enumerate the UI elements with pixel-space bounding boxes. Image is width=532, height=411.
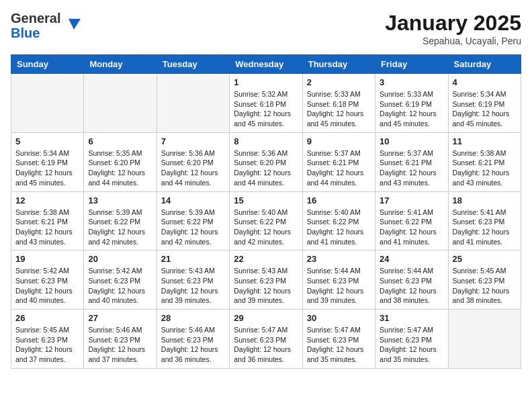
day-number: 18 — [453, 195, 517, 205]
day-number: 9 — [307, 136, 371, 146]
calendar-cell: 3Sunrise: 5:33 AM Sunset: 6:19 PM Daylig… — [375, 74, 448, 133]
calendar-cell: 11Sunrise: 5:38 AM Sunset: 6:21 PM Dayli… — [448, 132, 521, 191]
calendar-day-header: Sunday — [11, 55, 84, 74]
day-number: 12 — [15, 195, 79, 205]
day-info: Sunrise: 5:41 AM Sunset: 6:23 PM Dayligh… — [453, 208, 517, 247]
day-number: 14 — [161, 195, 225, 205]
day-info: Sunrise: 5:32 AM Sunset: 6:18 PM Dayligh… — [234, 89, 298, 129]
day-info: Sunrise: 5:34 AM Sunset: 6:19 PM Dayligh… — [15, 148, 79, 188]
calendar-cell — [157, 74, 229, 133]
day-info: Sunrise: 5:40 AM Sunset: 6:22 PM Dayligh… — [307, 208, 371, 247]
calendar-cell: 12Sunrise: 5:38 AM Sunset: 6:21 PM Dayli… — [11, 191, 84, 250]
day-info: Sunrise: 5:37 AM Sunset: 6:21 PM Dayligh… — [307, 148, 371, 188]
day-number: 1 — [234, 77, 298, 87]
calendar-week-row: 5Sunrise: 5:34 AM Sunset: 6:19 PM Daylig… — [11, 132, 521, 191]
day-info: Sunrise: 5:36 AM Sunset: 6:20 PM Dayligh… — [234, 148, 298, 188]
day-info: Sunrise: 5:47 AM Sunset: 6:23 PM Dayligh… — [307, 325, 371, 365]
day-info: Sunrise: 5:45 AM Sunset: 6:23 PM Dayligh… — [15, 325, 79, 365]
day-number: 31 — [380, 313, 443, 323]
svg-marker-0 — [69, 19, 81, 30]
day-info: Sunrise: 5:38 AM Sunset: 6:21 PM Dayligh… — [453, 148, 517, 188]
day-info: Sunrise: 5:38 AM Sunset: 6:21 PM Dayligh… — [15, 208, 79, 247]
calendar-cell: 22Sunrise: 5:43 AM Sunset: 6:23 PM Dayli… — [230, 250, 302, 310]
day-number: 13 — [88, 195, 152, 205]
day-info: Sunrise: 5:41 AM Sunset: 6:22 PM Dayligh… — [380, 208, 443, 247]
day-info: Sunrise: 5:47 AM Sunset: 6:23 PM Dayligh… — [234, 325, 298, 365]
calendar-cell: 2Sunrise: 5:33 AM Sunset: 6:18 PM Daylig… — [302, 74, 375, 133]
day-info: Sunrise: 5:45 AM Sunset: 6:23 PM Dayligh… — [453, 266, 517, 306]
calendar-cell: 18Sunrise: 5:41 AM Sunset: 6:23 PM Dayli… — [448, 191, 521, 250]
calendar-week-row: 19Sunrise: 5:42 AM Sunset: 6:23 PM Dayli… — [11, 250, 521, 310]
day-info: Sunrise: 5:37 AM Sunset: 6:21 PM Dayligh… — [380, 148, 443, 188]
day-info: Sunrise: 5:36 AM Sunset: 6:20 PM Dayligh… — [161, 148, 225, 188]
calendar-cell: 24Sunrise: 5:44 AM Sunset: 6:23 PM Dayli… — [375, 250, 448, 310]
calendar-cell: 27Sunrise: 5:46 AM Sunset: 6:23 PM Dayli… — [84, 310, 157, 369]
calendar-cell: 5Sunrise: 5:34 AM Sunset: 6:19 PM Daylig… — [11, 132, 84, 191]
day-number: 7 — [161, 136, 225, 146]
calendar-cell: 14Sunrise: 5:39 AM Sunset: 6:22 PM Dayli… — [157, 191, 229, 250]
day-info: Sunrise: 5:40 AM Sunset: 6:22 PM Dayligh… — [234, 208, 298, 247]
logo-blue: Blue — [11, 26, 60, 40]
day-number: 24 — [380, 254, 443, 264]
day-info: Sunrise: 5:34 AM Sunset: 6:19 PM Dayligh… — [453, 89, 517, 129]
day-info: Sunrise: 5:46 AM Sunset: 6:23 PM Dayligh… — [88, 325, 152, 365]
day-number: 26 — [15, 313, 79, 323]
day-number: 11 — [453, 136, 517, 146]
day-info: Sunrise: 5:43 AM Sunset: 6:23 PM Dayligh… — [161, 266, 225, 306]
day-number: 15 — [234, 195, 298, 205]
calendar-header-row: SundayMondayTuesdayWednesdayThursdayFrid… — [11, 55, 521, 74]
calendar-cell: 23Sunrise: 5:44 AM Sunset: 6:23 PM Dayli… — [302, 250, 375, 310]
day-number: 21 — [161, 254, 225, 264]
calendar-cell: 28Sunrise: 5:46 AM Sunset: 6:23 PM Dayli… — [157, 310, 229, 369]
day-info: Sunrise: 5:47 AM Sunset: 6:23 PM Dayligh… — [380, 325, 443, 365]
title-block: January 2025 Sepahua, Ucayali, Peru — [385, 11, 521, 46]
day-info: Sunrise: 5:44 AM Sunset: 6:23 PM Dayligh… — [380, 266, 443, 306]
day-number: 3 — [380, 77, 443, 87]
day-number: 30 — [307, 313, 371, 323]
calendar-cell — [84, 74, 157, 133]
page-header: General Blue January 2025 Sepahua, Ucaya… — [11, 11, 521, 46]
calendar-cell: 29Sunrise: 5:47 AM Sunset: 6:23 PM Dayli… — [230, 310, 302, 369]
calendar-week-row: 1Sunrise: 5:32 AM Sunset: 6:18 PM Daylig… — [11, 74, 521, 133]
day-number: 2 — [307, 77, 371, 87]
calendar-cell: 19Sunrise: 5:42 AM Sunset: 6:23 PM Dayli… — [11, 250, 84, 310]
calendar-cell: 7Sunrise: 5:36 AM Sunset: 6:20 PM Daylig… — [157, 132, 229, 191]
day-number: 19 — [15, 254, 79, 264]
day-number: 5 — [15, 136, 79, 146]
calendar-day-header: Monday — [84, 55, 157, 74]
day-number: 17 — [380, 195, 443, 205]
day-info: Sunrise: 5:44 AM Sunset: 6:23 PM Dayligh… — [307, 266, 371, 306]
day-number: 25 — [453, 254, 517, 264]
month-title: January 2025 — [385, 11, 521, 36]
calendar-cell: 8Sunrise: 5:36 AM Sunset: 6:20 PM Daylig… — [230, 132, 302, 191]
calendar-cell: 26Sunrise: 5:45 AM Sunset: 6:23 PM Dayli… — [11, 310, 84, 369]
day-number: 20 — [88, 254, 152, 264]
calendar-day-header: Saturday — [448, 55, 521, 74]
day-number: 10 — [380, 136, 443, 146]
calendar-week-row: 26Sunrise: 5:45 AM Sunset: 6:23 PM Dayli… — [11, 310, 521, 369]
day-number: 28 — [161, 313, 225, 323]
calendar-day-header: Thursday — [302, 55, 375, 74]
calendar-cell: 4Sunrise: 5:34 AM Sunset: 6:19 PM Daylig… — [448, 74, 521, 133]
day-number: 29 — [234, 313, 298, 323]
day-info: Sunrise: 5:46 AM Sunset: 6:23 PM Dayligh… — [161, 325, 225, 365]
calendar-cell: 6Sunrise: 5:35 AM Sunset: 6:20 PM Daylig… — [84, 132, 157, 191]
calendar-cell: 1Sunrise: 5:32 AM Sunset: 6:18 PM Daylig… — [230, 74, 302, 133]
calendar-cell: 10Sunrise: 5:37 AM Sunset: 6:21 PM Dayli… — [375, 132, 448, 191]
calendar-cell: 30Sunrise: 5:47 AM Sunset: 6:23 PM Dayli… — [302, 310, 375, 369]
location-subtitle: Sepahua, Ucayali, Peru — [385, 36, 521, 46]
calendar-cell: 21Sunrise: 5:43 AM Sunset: 6:23 PM Dayli… — [157, 250, 229, 310]
calendar-cell: 13Sunrise: 5:39 AM Sunset: 6:22 PM Dayli… — [84, 191, 157, 250]
day-info: Sunrise: 5:42 AM Sunset: 6:23 PM Dayligh… — [88, 266, 152, 306]
day-number: 8 — [234, 136, 298, 146]
day-info: Sunrise: 5:42 AM Sunset: 6:23 PM Dayligh… — [15, 266, 79, 306]
day-number: 4 — [453, 77, 517, 87]
calendar-day-header: Wednesday — [230, 55, 302, 74]
logo-icon — [62, 16, 81, 35]
calendar-cell: 31Sunrise: 5:47 AM Sunset: 6:23 PM Dayli… — [375, 310, 448, 369]
calendar-cell: 25Sunrise: 5:45 AM Sunset: 6:23 PM Dayli… — [448, 250, 521, 310]
day-info: Sunrise: 5:35 AM Sunset: 6:20 PM Dayligh… — [88, 148, 152, 188]
calendar-table: SundayMondayTuesdayWednesdayThursdayFrid… — [11, 54, 521, 369]
day-number: 16 — [307, 195, 371, 205]
logo: General Blue — [11, 11, 81, 40]
